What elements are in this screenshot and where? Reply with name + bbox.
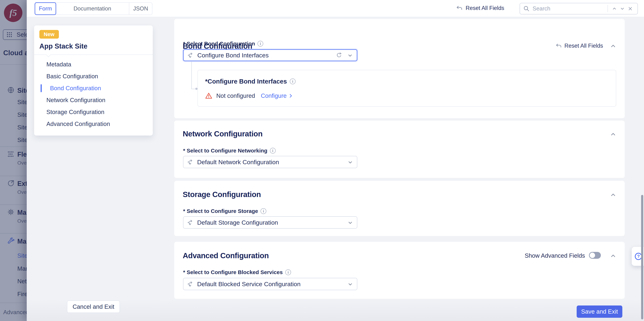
divider [608,5,608,12]
active-step-indicator [40,84,42,92]
step-network-configuration[interactable]: Network Configuration [34,94,153,106]
toggle-knob [590,253,595,258]
branch-icon [187,219,194,226]
divider-notch [46,52,50,57]
nested-field-title: *Configure Bond Interfaces i [205,78,296,85]
section-title: Advanced Configuration [183,251,269,260]
undo-icon [555,42,562,49]
info-icon[interactable]: i [270,148,276,154]
bond-configuration-select[interactable]: Configure Bond Interfaces [183,49,357,61]
chevron-down-icon [620,6,625,11]
new-badge: New [39,30,59,39]
step-basic-configuration[interactable]: Basic Configuration [34,70,153,82]
select-value: Default Blocked Service Configuration [197,281,347,288]
reset-all-fields-button[interactable]: Reset All Fields [456,5,504,11]
branch-icon [187,159,194,165]
field-label: * Select Bond Configuration i [183,41,263,47]
search-icon [523,5,530,12]
chevron-right-icon [288,93,293,98]
tab-json[interactable]: JSON [129,3,152,15]
collapse-section-chevron[interactable] [610,192,616,198]
divider [34,54,153,55]
info-icon[interactable]: i [258,41,263,46]
modal-scrim [0,0,27,321]
undo-icon [456,5,463,11]
connector-dot [195,88,198,90]
tab-documentation[interactable]: Documentation [56,3,129,15]
view-tabs: Form Documentation JSON [35,2,152,15]
collapse-section-chevron[interactable] [610,43,616,49]
not-configured-row: Not configured Configure [205,92,293,99]
field-label: * Select to Configure Storage i [183,208,266,214]
status-text: Not configured [216,92,255,99]
svg-text:?: ? [637,254,640,259]
blocked-services-select[interactable]: Default Blocked Service Configuration [183,278,357,290]
wizard-panel: Form Documentation JSON Reset All Fields [27,0,644,321]
wizard-title: App Stack Site [39,42,88,50]
branch-icon [187,281,194,288]
cancel-and-exit-button[interactable]: Cancel and Exit [67,301,120,313]
app-stack-site-screen: f5 Sele Cloud a Sites Site I Site I Site… [0,0,644,321]
scrollbar-thumb[interactable] [641,195,643,319]
info-icon[interactable]: i [290,78,296,84]
search-prev-button[interactable] [610,5,618,13]
section-title: Network Configuration [183,130,262,138]
show-advanced-fields-label: Show Advanced Fields [525,252,585,259]
chevron-up-icon [612,6,617,11]
info-icon[interactable]: i [260,208,266,214]
select-value: Configure Bond Interfaces [197,52,336,59]
wizard-nav-card: New App Stack Site Metadata Basic Config… [34,25,153,135]
close-icon [628,6,633,11]
chevron-down-icon [347,219,353,226]
collapse-section-chevron[interactable] [610,131,616,137]
wizard-topbar: Form Documentation JSON Reset All Fields [27,0,644,17]
info-icon[interactable]: i [285,269,291,275]
save-and-exit-button[interactable]: Save and Exit [577,306,622,318]
storage-configuration-section: Storage Configuration * Select to Config… [174,181,625,236]
step-advanced-configuration[interactable]: Advanced Configuration [34,118,153,130]
tab-form[interactable]: Form [35,2,56,15]
search-next-button[interactable] [618,5,626,13]
collapse-section-chevron[interactable] [610,253,616,259]
field-label: * Select to Configure Networking i [183,148,276,154]
field-label: * Select to Configure Blocked Services i [183,269,291,275]
bond-configuration-section: Bond Configuration Reset All Fields * Se… [174,19,625,118]
network-configuration-section: Network Configuration * Select to Config… [174,121,625,178]
network-configuration-select[interactable]: Default Network Configuration [183,156,357,168]
configure-link[interactable]: Configure [261,92,293,99]
chevron-down-icon [347,281,353,287]
step-metadata[interactable]: Metadata [34,58,153,70]
chevron-down-icon [347,159,353,165]
step-bond-configuration[interactable]: Bond Configuration [34,82,153,94]
search-clear-button[interactable] [626,5,634,13]
connector-line [192,61,192,89]
step-storage-configuration[interactable]: Storage Configuration [34,106,153,118]
section-title: Storage Configuration [183,190,261,199]
storage-configuration-select[interactable]: Default Storage Configuration [183,216,357,229]
section-reset-button[interactable]: Reset All Fields [555,42,603,49]
reset-all-fields-label: Reset All Fields [466,5,504,11]
search-box [520,3,638,14]
nested-bond-interfaces-card: *Configure Bond Interfaces i Not configu… [198,70,616,107]
refresh-icon[interactable] [336,52,342,58]
branch-icon [187,52,194,59]
chevron-down-icon [347,52,353,58]
select-value: Default Storage Configuration [197,219,347,226]
select-value: Default Network Configuration [197,159,347,166]
advanced-configuration-section: Advanced Configuration Show Advanced Fie… [174,242,625,299]
warning-icon [205,92,212,99]
search-input[interactable] [532,5,605,12]
show-advanced-fields-toggle[interactable] [589,252,601,259]
